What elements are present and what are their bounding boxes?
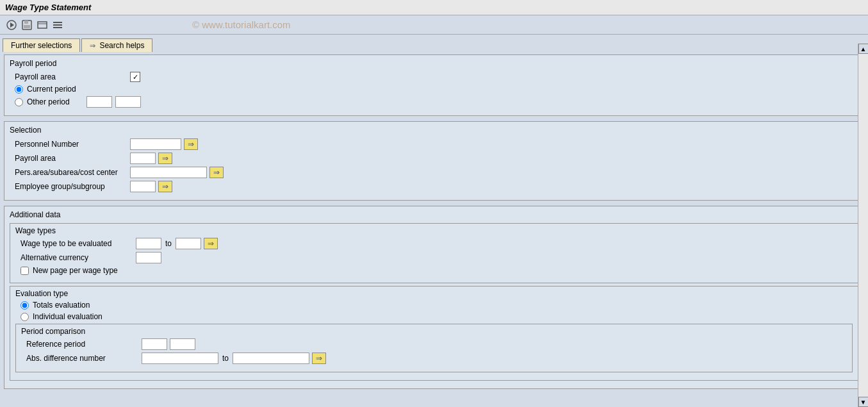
totals-evaluation-row: Totals evaluation <box>15 301 853 310</box>
abs-difference-row: Abs. difference number to ⇒ <box>21 353 847 364</box>
new-page-checkbox[interactable] <box>20 267 29 275</box>
wage-type-from-input[interactable] <box>136 238 161 249</box>
scrollbar: ▲ ▼ <box>858 44 868 407</box>
abs-difference-to-input[interactable] <box>233 353 309 364</box>
selection-title: Selection <box>10 124 858 136</box>
wage-type-evaluated-label: Wage type to be evaluated <box>20 239 136 248</box>
info-icon[interactable] <box>36 19 49 31</box>
new-page-label: New page per wage type <box>33 266 118 275</box>
other-period-radio[interactable] <box>15 98 23 106</box>
personnel-number-label: Personnel Number <box>15 140 130 149</box>
reference-period-input2[interactable] <box>170 338 195 350</box>
wage-types-title: Wage types <box>15 226 853 235</box>
pers-area-row: Pers.area/subarea/cost center ⇒ <box>10 167 858 178</box>
svg-rect-4 <box>24 25 30 28</box>
selection-section: Selection Personnel Number ⇒ Payroll are… <box>4 121 864 201</box>
payroll-period-title: Payroll period <box>10 58 858 69</box>
pers-area-arrow-btn[interactable]: ⇒ <box>209 167 224 178</box>
execute-icon[interactable] <box>5 19 18 31</box>
employee-group-row: Employee group/subgroup ⇒ <box>10 181 858 192</box>
main-content: Payroll period Payroll area ✓ Current pe… <box>0 52 868 407</box>
individual-evaluation-radio[interactable] <box>20 313 29 321</box>
current-period-row: Current period <box>10 85 858 94</box>
payroll-period-section: Payroll period Payroll area ✓ Current pe… <box>4 54 864 116</box>
wage-type-to-input[interactable] <box>176 238 201 249</box>
wage-type-arrow-btn[interactable]: ⇒ <box>204 238 218 249</box>
additional-data-section: Additional data Wage types Wage type to … <box>4 206 864 389</box>
alt-currency-input[interactable] <box>136 252 161 263</box>
alt-currency-label: Alternative currency <box>20 253 136 262</box>
svg-rect-3 <box>24 21 28 24</box>
svg-rect-8 <box>53 24 62 26</box>
page-title: Wage Type Statement <box>5 3 91 12</box>
abs-difference-from-input[interactable] <box>142 353 218 364</box>
individual-evaluation-row: Individual evaluation <box>15 312 853 321</box>
totals-evaluation-radio[interactable] <box>20 301 29 310</box>
watermark: © www.tutorialkart.com <box>192 19 291 30</box>
selection-payroll-area-label: Payroll area <box>15 154 130 163</box>
pers-area-label: Pers.area/subarea/cost center <box>15 168 130 177</box>
period-comparison-section: Period comparison Reference period Abs. … <box>15 324 853 372</box>
new-page-row: New page per wage type <box>15 266 853 275</box>
further-selections-label: Further selections <box>11 41 72 50</box>
other-period-label: Other period <box>27 97 70 106</box>
payroll-area-checkbox[interactable]: ✓ <box>130 72 140 82</box>
reference-period-input1[interactable] <box>142 338 167 350</box>
other-period-input1[interactable] <box>86 96 112 108</box>
pers-area-input[interactable] <box>130 167 207 178</box>
wage-type-evaluated-row: Wage type to be evaluated to ⇒ <box>15 238 853 249</box>
selection-payroll-area-row: Payroll area ⇒ <box>10 153 858 164</box>
search-helps-label: Search helps <box>99 41 144 50</box>
employee-group-arrow-btn[interactable]: ⇒ <box>158 181 172 192</box>
additional-data-title: Additional data <box>10 209 858 220</box>
period-comparison-title: Period comparison <box>21 327 847 336</box>
alt-currency-row: Alternative currency <box>15 252 853 263</box>
wage-type-to-label: to <box>165 239 172 248</box>
current-period-radio[interactable] <box>15 85 23 94</box>
svg-rect-9 <box>53 27 62 28</box>
tab-further-selections[interactable]: Further selections <box>3 38 80 52</box>
evaluation-type-section: Evaluation type Totals evaluation Indivi… <box>10 286 858 381</box>
totals-evaluation-label: Totals evaluation <box>33 301 90 310</box>
selection-payroll-area-input[interactable] <box>130 153 156 164</box>
toolbar-icons <box>5 19 64 31</box>
menu-icon[interactable] <box>51 19 64 31</box>
search-helps-arrow-icon: ⇒ <box>90 42 95 50</box>
other-period-row: Other period <box>10 96 858 108</box>
employee-group-input[interactable] <box>130 181 156 192</box>
personnel-number-row: Personnel Number ⇒ <box>10 138 858 150</box>
title-bar: Wage Type Statement <box>0 0 868 15</box>
abs-difference-arrow-btn[interactable]: ⇒ <box>312 353 326 364</box>
selection-payroll-area-arrow-btn[interactable]: ⇒ <box>158 153 172 164</box>
payroll-area-row: Payroll area ✓ <box>10 72 858 82</box>
personnel-number-arrow-btn[interactable]: ⇒ <box>184 138 198 150</box>
employee-group-label: Employee group/subgroup <box>15 182 130 191</box>
svg-rect-7 <box>53 22 62 23</box>
scroll-down-btn[interactable]: ▼ <box>858 397 869 407</box>
reference-period-label: Reference period <box>26 340 142 349</box>
svg-rect-5 <box>38 22 47 28</box>
abs-difference-to-label: to <box>222 354 229 363</box>
scroll-up-btn[interactable]: ▲ <box>858 44 869 54</box>
reference-period-inputs <box>142 338 195 350</box>
tabs-bar: Further selections ⇒ Search helps <box>0 35 868 52</box>
save-icon[interactable] <box>20 19 33 31</box>
abs-difference-label: Abs. difference number <box>26 354 142 363</box>
reference-period-row: Reference period <box>21 338 847 350</box>
individual-evaluation-label: Individual evaluation <box>33 312 102 321</box>
wage-types-section: Wage types Wage type to be evaluated to … <box>10 223 858 283</box>
payroll-area-label: Payroll area <box>15 72 130 81</box>
scroll-track <box>858 54 868 397</box>
personnel-number-input[interactable] <box>130 138 181 150</box>
svg-marker-1 <box>10 22 14 28</box>
current-period-label: Current period <box>27 85 76 94</box>
tab-search-helps[interactable]: ⇒ Search helps <box>81 38 152 52</box>
evaluation-type-title: Evaluation type <box>15 289 853 298</box>
toolbar: © www.tutorialkart.com <box>0 15 868 35</box>
other-period-input2[interactable] <box>115 96 141 108</box>
